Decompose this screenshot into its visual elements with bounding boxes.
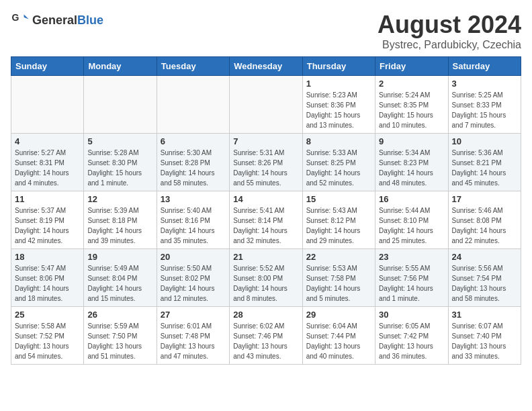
- day-info: Sunrise: 6:01 AMSunset: 7:48 PMDaylight:…: [161, 321, 226, 361]
- day-number: 15: [306, 194, 371, 204]
- day-header-friday: Friday: [375, 57, 448, 76]
- day-info: Sunrise: 5:59 AMSunset: 7:50 PMDaylight:…: [87, 321, 152, 361]
- day-number: 22: [306, 252, 371, 262]
- day-info: Sunrise: 5:47 AMSunset: 8:06 PMDaylight:…: [15, 263, 80, 304]
- week-row-2: 4 Sunrise: 5:27 AMSunset: 8:31 PMDayligh…: [11, 134, 521, 191]
- day-number: 27: [161, 310, 226, 320]
- day-cell-31: 31 Sunrise: 6:07 AMSunset: 7:40 PMDaylig…: [448, 307, 521, 365]
- day-info: Sunrise: 5:28 AMSunset: 8:30 PMDaylight:…: [87, 148, 152, 188]
- day-cell-29: 29 Sunrise: 6:04 AMSunset: 7:44 PMDaylig…: [302, 307, 375, 365]
- day-cell-30: 30 Sunrise: 6:05 AMSunset: 7:42 PMDaylig…: [375, 307, 448, 365]
- day-number: 5: [87, 136, 152, 146]
- day-header-wednesday: Wednesday: [230, 57, 302, 76]
- day-header-tuesday: Tuesday: [157, 57, 229, 76]
- calendar-table: SundayMondayTuesdayWednesdayThursdayFrid…: [11, 56, 521, 365]
- day-info: Sunrise: 5:58 AMSunset: 7:52 PMDaylight:…: [15, 321, 80, 361]
- day-cell-2: 2 Sunrise: 5:24 AMSunset: 8:35 PMDayligh…: [375, 76, 448, 134]
- day-number: 13: [161, 194, 226, 204]
- week-row-4: 18 Sunrise: 5:47 AMSunset: 8:06 PMDaylig…: [11, 249, 521, 307]
- day-number: 7: [233, 136, 298, 146]
- day-cell-12: 12 Sunrise: 5:39 AMSunset: 8:18 PMDaylig…: [84, 191, 157, 249]
- day-cell-14: 14 Sunrise: 5:41 AMSunset: 8:14 PMDaylig…: [230, 191, 302, 249]
- day-number: 16: [379, 194, 444, 204]
- day-cell-27: 27 Sunrise: 6:01 AMSunset: 7:48 PMDaylig…: [157, 307, 229, 365]
- day-number: 8: [306, 136, 371, 146]
- day-cell-18: 18 Sunrise: 5:47 AMSunset: 8:06 PMDaylig…: [11, 249, 84, 307]
- main-title: August 2024: [378, 11, 521, 39]
- week-row-3: 11 Sunrise: 5:37 AMSunset: 8:19 PMDaylig…: [11, 191, 521, 249]
- day-info: Sunrise: 5:33 AMSunset: 8:25 PMDaylight:…: [306, 148, 371, 188]
- day-cell-19: 19 Sunrise: 5:49 AMSunset: 8:04 PMDaylig…: [84, 249, 157, 307]
- day-info: Sunrise: 5:52 AMSunset: 8:00 PMDaylight:…: [233, 263, 298, 304]
- day-header-sunday: Sunday: [11, 57, 84, 76]
- day-cell-7: 7 Sunrise: 5:31 AMSunset: 8:26 PMDayligh…: [230, 134, 302, 191]
- week-row-5: 25 Sunrise: 5:58 AMSunset: 7:52 PMDaylig…: [11, 307, 521, 365]
- day-number: 21: [233, 252, 298, 262]
- day-info: Sunrise: 5:46 AMSunset: 8:08 PMDaylight:…: [452, 205, 517, 246]
- day-info: Sunrise: 6:07 AMSunset: 7:40 PMDaylight:…: [452, 321, 517, 361]
- day-cell-22: 22 Sunrise: 5:53 AMSunset: 7:58 PMDaylig…: [302, 249, 375, 307]
- day-info: Sunrise: 6:02 AMSunset: 7:46 PMDaylight:…: [233, 321, 298, 361]
- empty-cell: [11, 76, 84, 134]
- day-number: 6: [161, 136, 226, 146]
- logo: G GeneralBlue: [11, 11, 103, 30]
- day-info: Sunrise: 5:40 AMSunset: 8:16 PMDaylight:…: [161, 205, 226, 246]
- day-info: Sunrise: 5:53 AMSunset: 7:58 PMDaylight:…: [306, 263, 371, 304]
- day-cell-24: 24 Sunrise: 5:56 AMSunset: 7:54 PMDaylig…: [448, 249, 521, 307]
- day-cell-10: 10 Sunrise: 5:36 AMSunset: 8:21 PMDaylig…: [448, 134, 521, 191]
- day-number: 18: [15, 252, 80, 262]
- day-info: Sunrise: 5:55 AMSunset: 7:56 PMDaylight:…: [379, 263, 444, 304]
- day-number: 11: [15, 194, 80, 204]
- empty-cell: [84, 76, 157, 134]
- day-info: Sunrise: 5:49 AMSunset: 8:04 PMDaylight:…: [87, 263, 152, 304]
- day-number: 10: [452, 136, 517, 146]
- day-number: 23: [379, 252, 444, 262]
- logo-icon: G: [11, 11, 30, 30]
- day-cell-4: 4 Sunrise: 5:27 AMSunset: 8:31 PMDayligh…: [11, 134, 84, 191]
- day-cell-21: 21 Sunrise: 5:52 AMSunset: 8:00 PMDaylig…: [230, 249, 302, 307]
- day-info: Sunrise: 5:24 AMSunset: 8:35 PMDaylight:…: [379, 90, 444, 130]
- page-header: G GeneralBlue August 2024 Bystrec, Pardu…: [11, 11, 521, 51]
- week-row-1: 1 Sunrise: 5:23 AMSunset: 8:36 PMDayligh…: [11, 76, 521, 134]
- title-block: August 2024 Bystrec, Pardubicky, Czechia: [378, 11, 521, 51]
- day-cell-13: 13 Sunrise: 5:40 AMSunset: 8:16 PMDaylig…: [157, 191, 229, 249]
- day-info: Sunrise: 5:36 AMSunset: 8:21 PMDaylight:…: [452, 148, 517, 188]
- day-info: Sunrise: 5:27 AMSunset: 8:31 PMDaylight:…: [15, 148, 80, 188]
- day-number: 2: [379, 79, 444, 89]
- day-cell-25: 25 Sunrise: 5:58 AMSunset: 7:52 PMDaylig…: [11, 307, 84, 365]
- day-number: 3: [452, 79, 517, 89]
- day-info: Sunrise: 5:39 AMSunset: 8:18 PMDaylight:…: [87, 205, 152, 246]
- svg-text:G: G: [11, 12, 19, 23]
- day-cell-20: 20 Sunrise: 5:50 AMSunset: 8:02 PMDaylig…: [157, 249, 229, 307]
- day-info: Sunrise: 5:50 AMSunset: 8:02 PMDaylight:…: [161, 263, 226, 304]
- logo-blue-text: Blue: [77, 13, 103, 27]
- day-info: Sunrise: 5:30 AMSunset: 8:28 PMDaylight:…: [161, 148, 226, 188]
- day-number: 31: [452, 310, 517, 320]
- day-cell-16: 16 Sunrise: 5:44 AMSunset: 8:10 PMDaylig…: [375, 191, 448, 249]
- day-number: 29: [306, 310, 371, 320]
- day-number: 19: [87, 252, 152, 262]
- header-row: SundayMondayTuesdayWednesdayThursdayFrid…: [11, 57, 521, 76]
- day-number: 9: [379, 136, 444, 146]
- day-number: 17: [452, 194, 517, 204]
- day-info: Sunrise: 5:34 AMSunset: 8:23 PMDaylight:…: [379, 148, 444, 188]
- day-cell-5: 5 Sunrise: 5:28 AMSunset: 8:30 PMDayligh…: [84, 134, 157, 191]
- day-number: 24: [452, 252, 517, 262]
- day-cell-15: 15 Sunrise: 5:43 AMSunset: 8:12 PMDaylig…: [302, 191, 375, 249]
- empty-cell: [157, 76, 229, 134]
- day-cell-17: 17 Sunrise: 5:46 AMSunset: 8:08 PMDaylig…: [448, 191, 521, 249]
- subtitle: Bystrec, Pardubicky, Czechia: [378, 39, 521, 51]
- day-info: Sunrise: 6:04 AMSunset: 7:44 PMDaylight:…: [306, 321, 371, 361]
- empty-cell: [230, 76, 302, 134]
- day-header-thursday: Thursday: [302, 57, 375, 76]
- day-cell-23: 23 Sunrise: 5:55 AMSunset: 7:56 PMDaylig…: [375, 249, 448, 307]
- day-cell-28: 28 Sunrise: 6:02 AMSunset: 7:46 PMDaylig…: [230, 307, 302, 365]
- day-number: 1: [306, 79, 371, 89]
- day-cell-8: 8 Sunrise: 5:33 AMSunset: 8:25 PMDayligh…: [302, 134, 375, 191]
- day-info: Sunrise: 5:23 AMSunset: 8:36 PMDaylight:…: [306, 90, 371, 130]
- day-number: 4: [15, 136, 80, 146]
- day-number: 26: [87, 310, 152, 320]
- day-number: 30: [379, 310, 444, 320]
- day-info: Sunrise: 5:44 AMSunset: 8:10 PMDaylight:…: [379, 205, 444, 246]
- day-info: Sunrise: 5:41 AMSunset: 8:14 PMDaylight:…: [233, 205, 298, 246]
